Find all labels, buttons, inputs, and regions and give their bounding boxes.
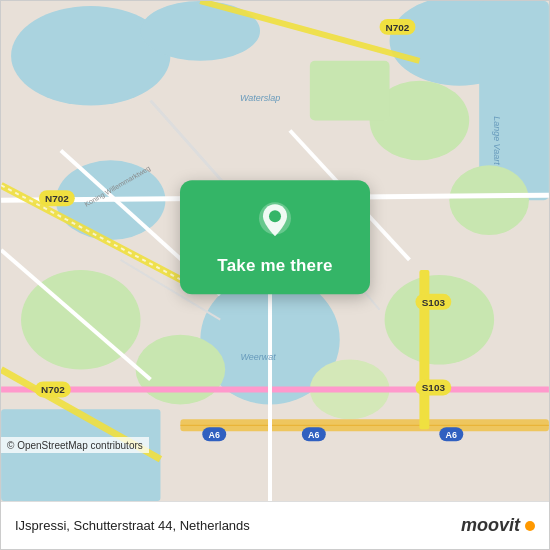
svg-text:Weerwat: Weerwat bbox=[240, 352, 276, 362]
app-container: N702 N702 N702 S103 S103 A6 A6 A6 Waters… bbox=[0, 0, 550, 550]
svg-text:S103: S103 bbox=[422, 297, 446, 308]
svg-text:A6: A6 bbox=[209, 430, 220, 440]
map-attribution: © OpenStreetMap contributors bbox=[1, 437, 149, 453]
svg-text:N702: N702 bbox=[386, 22, 410, 33]
svg-text:A6: A6 bbox=[308, 430, 319, 440]
svg-point-12 bbox=[136, 335, 226, 405]
address-label: IJspressi, Schutterstraat 44, Netherland… bbox=[15, 518, 250, 533]
svg-text:N702: N702 bbox=[45, 193, 69, 204]
svg-point-54 bbox=[269, 210, 281, 222]
bottom-bar: IJspressi, Schutterstraat 44, Netherland… bbox=[1, 501, 549, 549]
svg-text:S103: S103 bbox=[422, 382, 446, 393]
map-container: N702 N702 N702 S103 S103 A6 A6 A6 Waters… bbox=[1, 1, 549, 501]
location-icon bbox=[251, 198, 299, 246]
moovit-wordmark: moovit bbox=[461, 515, 520, 536]
attribution-text: © OpenStreetMap contributors bbox=[7, 440, 143, 451]
popup-button-label: Take me there bbox=[217, 256, 332, 276]
svg-point-10 bbox=[449, 165, 529, 235]
svg-rect-11 bbox=[310, 61, 390, 121]
svg-text:N702: N702 bbox=[41, 384, 65, 395]
moovit-logo: moovit bbox=[461, 515, 535, 536]
svg-rect-7 bbox=[1, 409, 160, 501]
svg-text:Lange Vaart: Lange Vaart bbox=[492, 116, 502, 165]
take-me-there-button[interactable]: Take me there bbox=[180, 180, 370, 294]
svg-text:Waterslap: Waterslap bbox=[240, 93, 280, 103]
svg-text:A6: A6 bbox=[446, 430, 457, 440]
svg-point-13 bbox=[385, 275, 495, 365]
moovit-dot bbox=[525, 521, 535, 531]
